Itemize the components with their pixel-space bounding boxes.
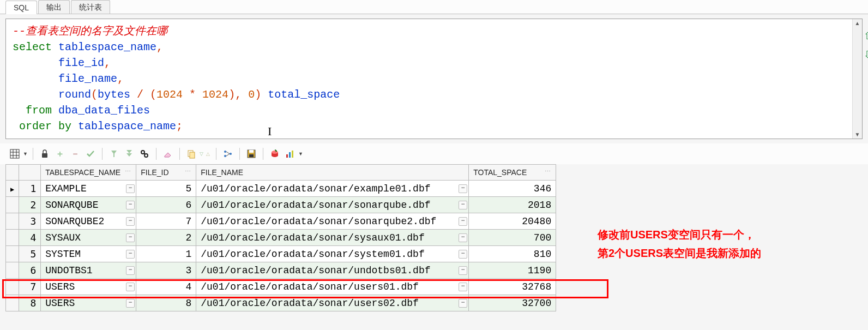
cell-fileid[interactable]: 8 xyxy=(136,295,196,311)
sort-up-dropdown[interactable]: △ xyxy=(206,151,212,157)
add-button[interactable]: ＋ xyxy=(53,147,67,161)
cell-expand-button[interactable]: ⋯ xyxy=(459,250,467,259)
cell-tablespace[interactable]: SYSAUX⋯ xyxy=(41,230,136,246)
cell-fileid[interactable]: 6 xyxy=(136,197,196,213)
cell-expand-button[interactable]: ⋯ xyxy=(126,233,135,242)
cell-tablespace[interactable]: SYSTEM⋯ xyxy=(41,246,136,262)
cell-expand-button[interactable]: ⋯ xyxy=(459,217,467,226)
nav-down-arrow-icon[interactable]: ⇩ xyxy=(864,49,868,61)
lock-button[interactable] xyxy=(38,147,52,161)
row-indicator[interactable] xyxy=(6,213,19,230)
editor-scrollbar[interactable]: ▲ ▼ xyxy=(852,19,862,139)
cell-fileid[interactable]: 5 xyxy=(136,181,196,197)
sort-handle-icon[interactable]: ⋯ xyxy=(124,168,131,175)
cell-expand-button[interactable]: ⋯ xyxy=(459,283,467,291)
cell-tablespace[interactable]: EXAMPLE⋯ xyxy=(41,181,136,197)
col-rownum-header[interactable] xyxy=(19,165,41,181)
col-indicator-header[interactable] xyxy=(6,165,19,181)
cell-expand-button[interactable]: ⋯ xyxy=(126,184,135,193)
cell-tablespace[interactable]: SONARQUBE2⋯ xyxy=(41,213,136,230)
cell-tablespace[interactable]: USERS⋯ xyxy=(41,279,136,295)
copy-button[interactable] xyxy=(184,147,198,161)
cell-filename[interactable]: /u01/oracle/oradata/sonar/sonarqube.dbf⋯ xyxy=(196,197,469,213)
scroll-down-icon[interactable]: ▼ xyxy=(855,131,860,137)
erase-button[interactable] xyxy=(161,147,175,161)
fetch-all-button[interactable] xyxy=(122,147,136,161)
nav-up-arrow-icon[interactable]: ⇧ xyxy=(864,30,868,42)
row-indicator[interactable] xyxy=(6,295,19,311)
cell-expand-button[interactable]: ⋯ xyxy=(459,233,467,242)
col-tablespace-header[interactable]: TABLESPACE_NAME⋯ xyxy=(41,165,136,181)
commit-button[interactable] xyxy=(83,147,98,161)
sort-down-dropdown[interactable]: ▽ xyxy=(200,151,205,157)
cell-filename[interactable]: /u01/oracle/oradata/sonar/undotbs01.dbf⋯ xyxy=(196,262,469,279)
cell-fileid[interactable]: 3 xyxy=(136,262,196,279)
cell-expand-button[interactable]: ⋯ xyxy=(459,201,467,209)
table-row[interactable]: 6UNDOTBS1⋯3/u01/oracle/oradata/sonar/und… xyxy=(6,262,556,279)
col-totalspace-header[interactable]: TOTAL_SPACE⋯ xyxy=(469,165,556,181)
chart-button[interactable] xyxy=(283,147,297,161)
sort-handle-icon[interactable]: ⋯ xyxy=(184,168,191,175)
cell-expand-button[interactable]: ⋯ xyxy=(459,184,467,193)
cell-filename[interactable]: /u01/oracle/oradata/sonar/users02.dbf⋯ xyxy=(196,295,469,311)
tab-output[interactable]: 输出 xyxy=(38,0,70,14)
cell-expand-button[interactable]: ⋯ xyxy=(459,299,467,308)
cell-filename[interactable]: /u01/oracle/oradata/sonar/sonarqube2.dbf… xyxy=(196,213,469,230)
cell-expand-button[interactable]: ⋯ xyxy=(126,283,135,291)
cell-filename[interactable]: /u01/oracle/oradata/sonar/system01.dbf⋯ xyxy=(196,246,469,262)
cell-totalspace[interactable]: 346 xyxy=(469,181,556,197)
row-indicator[interactable]: ▶ xyxy=(6,181,19,197)
sql-editor[interactable]: --查看表空间的名字及文件在哪 select tablespace_name, … xyxy=(5,19,863,139)
cell-totalspace[interactable]: 700 xyxy=(469,230,556,246)
relations-button[interactable] xyxy=(221,147,235,161)
results-grid[interactable]: TABLESPACE_NAME⋯ FILE_ID⋯ FILE_NAME TOTA… xyxy=(5,164,556,311)
col-filename-header[interactable]: FILE_NAME xyxy=(196,165,469,181)
table-row[interactable]: 5SYSTEM⋯1/u01/oracle/oradata/sonar/syste… xyxy=(6,246,556,262)
chart-dropdown[interactable]: ▼ xyxy=(298,151,304,157)
row-indicator[interactable] xyxy=(6,279,19,295)
tab-sql[interactable]: SQL xyxy=(5,1,37,14)
cell-fileid[interactable]: 7 xyxy=(136,213,196,230)
row-indicator[interactable] xyxy=(6,230,19,246)
cell-expand-button[interactable]: ⋯ xyxy=(126,266,135,275)
cell-fileid[interactable]: 2 xyxy=(136,230,196,246)
cell-tablespace[interactable]: UNDOTBS1⋯ xyxy=(41,262,136,279)
table-row[interactable]: 4SYSAUX⋯2/u01/oracle/oradata/sonar/sysau… xyxy=(6,230,556,246)
table-row[interactable]: 8USERS⋯8/u01/oracle/oradata/sonar/users0… xyxy=(6,295,556,311)
sort-handle-icon[interactable]: ⋯ xyxy=(544,168,551,175)
table-row[interactable]: 7USERS⋯4/u01/oracle/oradata/sonar/users0… xyxy=(6,279,556,295)
sql-code[interactable]: --查看表空间的名字及文件在哪 select tablespace_name, … xyxy=(6,19,852,139)
cell-totalspace[interactable]: 32768 xyxy=(469,279,556,295)
col-fileid-header[interactable]: FILE_ID⋯ xyxy=(136,165,196,181)
grid-options-button[interactable] xyxy=(8,147,22,161)
refresh-button[interactable] xyxy=(268,147,282,161)
table-row[interactable]: 2SONARQUBE⋯6/u01/oracle/oradata/sonar/so… xyxy=(6,197,556,213)
tab-stats[interactable]: 统计表 xyxy=(71,0,110,14)
find-button[interactable] xyxy=(137,147,152,161)
cell-fileid[interactable]: 1 xyxy=(136,246,196,262)
cell-expand-button[interactable]: ⋯ xyxy=(126,201,135,209)
cell-filename[interactable]: /u01/oracle/oradata/sonar/sysaux01.dbf⋯ xyxy=(196,230,469,246)
cell-filename[interactable]: /u01/oracle/oradata/sonar/users01.dbf⋯ xyxy=(196,279,469,295)
cell-filename[interactable]: /u01/oracle/oradata/sonar/example01.dbf⋯ xyxy=(196,181,469,197)
cell-expand-button[interactable]: ⋯ xyxy=(459,266,467,275)
grid-options-dropdown[interactable]: ▼ xyxy=(23,151,28,157)
table-row[interactable]: ▶1EXAMPLE⋯5/u01/oracle/oradata/sonar/exa… xyxy=(6,181,556,197)
row-indicator[interactable] xyxy=(6,262,19,279)
row-indicator[interactable] xyxy=(6,246,19,262)
table-row[interactable]: 3SONARQUBE2⋯7/u01/oracle/oradata/sonar/s… xyxy=(6,213,556,230)
cell-tablespace[interactable]: SONARQUBE⋯ xyxy=(41,197,136,213)
scroll-up-icon[interactable]: ▲ xyxy=(855,20,860,26)
save-button[interactable] xyxy=(244,147,258,161)
cell-totalspace[interactable]: 810 xyxy=(469,246,556,262)
cell-expand-button[interactable]: ⋯ xyxy=(126,299,135,308)
cell-expand-button[interactable]: ⋯ xyxy=(126,250,135,259)
cell-totalspace[interactable]: 2018 xyxy=(469,197,556,213)
row-indicator[interactable] xyxy=(6,197,19,213)
cell-fileid[interactable]: 4 xyxy=(136,279,196,295)
cell-totalspace[interactable]: 1190 xyxy=(469,262,556,279)
cell-totalspace[interactable]: 20480 xyxy=(469,213,556,230)
cell-expand-button[interactable]: ⋯ xyxy=(126,217,135,226)
fetch-next-button[interactable] xyxy=(107,147,121,161)
cell-tablespace[interactable]: USERS⋯ xyxy=(41,295,136,311)
